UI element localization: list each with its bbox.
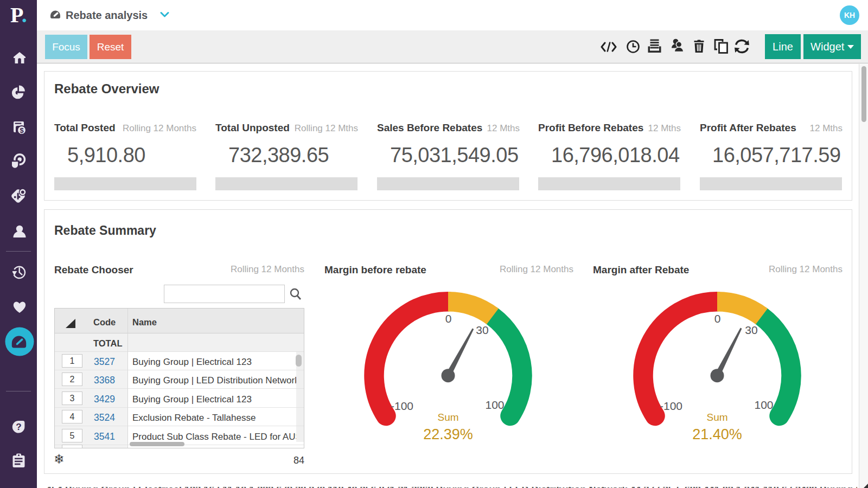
svg-text:Sum: Sum bbox=[437, 412, 458, 423]
svg-text:22.39%: 22.39% bbox=[423, 426, 473, 442]
svg-text:-100: -100 bbox=[659, 400, 682, 412]
svg-text:30: 30 bbox=[745, 324, 757, 336]
svg-text:21.40%: 21.40% bbox=[692, 426, 742, 442]
svg-text:?: ? bbox=[16, 422, 21, 432]
svg-text:0: 0 bbox=[445, 312, 452, 325]
svg-text:$: $ bbox=[20, 126, 24, 134]
svg-text:0: 0 bbox=[714, 312, 720, 325]
svg-text:30: 30 bbox=[476, 324, 488, 336]
svg-text:100: 100 bbox=[754, 399, 773, 411]
svg-text:Sum: Sum bbox=[706, 412, 727, 423]
svg-text:-100: -100 bbox=[391, 400, 413, 412]
svg-text:100: 100 bbox=[485, 399, 504, 411]
